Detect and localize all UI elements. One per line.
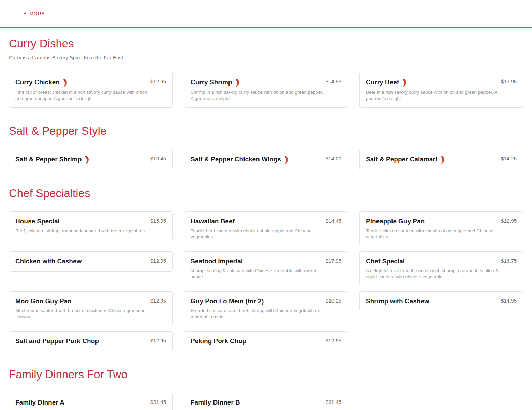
menu-item-description: Beef in a rich savory curry sauce with o… <box>366 89 499 102</box>
caret-down-icon <box>23 13 27 15</box>
menu-item-grid: Family Dinner A $31.45 Egg Roll Chicken … <box>9 393 523 410</box>
menu-item-card[interactable]: House Special $15.95 Beef, chicken, shri… <box>9 211 173 240</box>
menu-item-price: $16.75 <box>501 257 517 264</box>
menu-item-price: $12.95 <box>150 77 166 84</box>
section-title: Chef Specialties <box>9 187 523 200</box>
section-title: Salt & Pepper Style <box>9 125 523 137</box>
menu-item-card[interactable]: Family Dinner A $31.45 Egg Roll Chicken … <box>9 393 173 410</box>
menu-item-card[interactable]: Salt & Pepper Chicken Wings $14.00 <box>184 149 348 170</box>
menu-item-description: shrimp, scallop & calamari with Chinese … <box>191 268 324 280</box>
menu-item-card[interactable]: Salt and Pepper Pork Chop $12.95 <box>9 331 173 351</box>
menu-item-description: Tender chicken sauteed with chunks of pi… <box>366 228 499 240</box>
menu-item-name: Chicken with Cashew <box>15 257 82 265</box>
menu-item-name: Curry Chicken <box>15 78 60 86</box>
menu-item-card[interactable]: Guy Poo Lo Mein (for 2) $20.25 Breaded c… <box>184 291 348 326</box>
menu-item-description: Beef, chicken, shrimp, roast pork sautee… <box>15 228 148 234</box>
section-title: Curry Dishes <box>9 38 523 50</box>
menu-item-card[interactable]: Shrimp with Cashew $14.95 <box>359 291 523 311</box>
menu-item-card[interactable]: Moo Goo Guy Pan $12.95 Mushrooms sauteed… <box>9 291 173 326</box>
chili-pepper-icon <box>402 78 407 87</box>
menu-item-price: $14.95 <box>326 77 341 84</box>
menu-item-price: $14.45 <box>326 217 341 224</box>
menu-item-price: $12.95 <box>150 257 166 264</box>
menu-item-card[interactable]: Chicken with Cashew $12.95 <box>9 251 173 272</box>
menu-item-card[interactable]: Salt & Pepper Calamari $14.25 <box>359 149 523 170</box>
menu-item-card[interactable]: Pineapple Guy Pan $12.95 Tender chicken … <box>359 211 523 246</box>
menu-item-name: Pineapple Guy Pan <box>366 217 425 225</box>
chili-pepper-icon <box>284 156 289 164</box>
menu-item-card[interactable]: Curry Beef $13.95 Beef in a rich savory … <box>359 72 523 108</box>
menu-item-price: $12.95 <box>326 337 341 343</box>
menu-item-price: $31.45 <box>326 398 341 405</box>
menu-item-grid: Salt & Pepper Shrimp $16.45 Salt & Peppe… <box>9 149 523 170</box>
menu-item-name: Salt and Pepper Pork Chop <box>15 337 99 345</box>
menu-item-price: $14.00 <box>326 155 341 161</box>
menu-item-card[interactable]: Family Dinner B $31.45 Egg Roll Chicken … <box>184 393 348 410</box>
menu-item-price: $14.95 <box>501 297 517 304</box>
menu-item-name: Curry Shrimp <box>191 78 232 86</box>
menu-item-price: $17.95 <box>326 257 341 264</box>
menu-section-salt-pepper-style: Salt & Pepper Style Salt & Pepper Shrimp… <box>0 115 532 177</box>
menu-item-description: Breaded chicken, ham, beef, shrimp with … <box>191 308 324 320</box>
chili-pepper-icon <box>63 78 67 87</box>
menu-item-name: House Special <box>15 217 60 225</box>
more-menu-link[interactable]: MORE ... <box>23 11 51 16</box>
menu-item-price: $12.95 <box>150 297 166 304</box>
menu-item-price: $15.95 <box>150 217 166 224</box>
menu-item-card[interactable]: Curry Shrimp $14.95 Shrimp in a rich sav… <box>184 72 348 108</box>
menu-item-name: Family Dinner A <box>15 398 64 407</box>
section-subtitle: Curry is a Famous Savory Spice from the … <box>9 55 523 60</box>
menu-item-name: Guy Poo Lo Mein (for 2) <box>191 297 264 305</box>
menu-item-price: $20.25 <box>326 297 341 304</box>
menu-section-curry-dishes: Curry Dishes Curry is a Famous Savory Sp… <box>0 28 532 115</box>
menu-item-name: Peking Pork Chop <box>191 337 247 345</box>
chili-pepper-icon <box>235 78 239 87</box>
menu-item-card[interactable]: Curry Chicken $12.95 Fine cut of breast … <box>9 72 173 108</box>
menu-item-description: Tender beef sauteed with chunks of pinea… <box>191 228 324 240</box>
menu-item-description: Mushrooms sauteed with breast of chicken… <box>15 308 148 320</box>
menu-item-card[interactable]: Chef Special $16.75 A delightful treat f… <box>359 251 523 286</box>
menu-item-price: $16.45 <box>150 155 166 161</box>
menu-item-price: $12.95 <box>150 337 166 343</box>
menu-item-description: Shrimp in a rich savory curry sauce with… <box>191 89 324 102</box>
menu-item-grid: Curry Chicken $12.95 Fine cut of breast … <box>9 72 523 108</box>
menu-item-price: $13.95 <box>501 77 517 84</box>
menu-item-name: Moo Goo Guy Pan <box>15 297 72 305</box>
more-menu-label: MORE ... <box>29 11 51 16</box>
menu-item-price: $12.95 <box>501 217 517 224</box>
section-title: Family Dinners For Two <box>9 368 523 381</box>
menu-item-name: Salt & Pepper Shrimp <box>15 155 82 163</box>
menu-item-card[interactable]: Hawaiian Beef $14.45 Tender beef sauteed… <box>184 211 348 246</box>
chili-pepper-icon <box>440 156 445 164</box>
menu-item-name: Family Dinner B <box>191 398 240 407</box>
menu-section-chef-specialties: Chef Specialties House Special $15.95 Be… <box>0 177 532 358</box>
menu-item-price: $14.25 <box>501 155 517 161</box>
menu-item-price: $31.45 <box>150 398 166 405</box>
menu-item-grid: House Special $15.95 Beef, chicken, shri… <box>9 211 523 351</box>
menu-item-name: Seafood Imperial <box>191 257 243 265</box>
menu-item-name: Curry Beef <box>366 78 399 86</box>
menu-item-description: Fine cut of breast chicken in a rich sav… <box>15 89 148 102</box>
menu-section-family-dinners: Family Dinners For Two Family Dinner A $… <box>0 358 532 410</box>
chili-pepper-icon <box>85 156 89 164</box>
menu-item-card[interactable]: Seafood Imperial $17.95 shrimp, scallop … <box>184 251 348 286</box>
menu-item-name: Chef Special <box>366 257 405 265</box>
menu-item-card[interactable]: Salt & Pepper Shrimp $16.45 <box>9 149 173 170</box>
menu-item-description: A delightful treat from the ocean with s… <box>366 268 499 280</box>
top-navigation-bar: MORE ... <box>0 0 532 28</box>
menu-item-name: Hawaiian Beef <box>191 217 235 225</box>
menu-item-name: Salt & Pepper Chicken Wings <box>191 155 281 163</box>
menu-item-name: Shrimp with Cashew <box>366 297 429 305</box>
menu-item-card[interactable]: Peking Pork Chop $12.95 <box>184 331 348 351</box>
menu-item-name: Salt & Pepper Calamari <box>366 155 437 163</box>
